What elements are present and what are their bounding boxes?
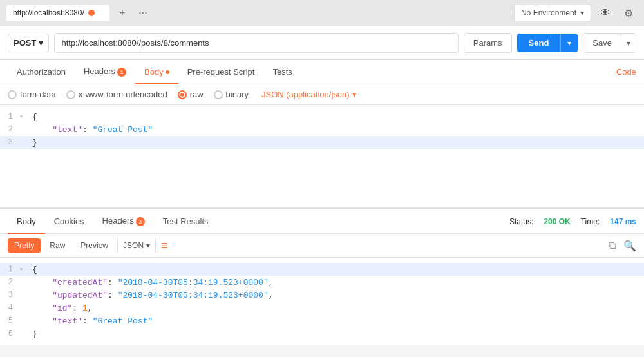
code-link[interactable]: Code [616,61,636,83]
tab-more-button[interactable]: ··· [135,5,151,21]
raw-option[interactable]: raw [178,90,204,99]
status-label: Status: [509,217,533,226]
response-toolbar: Pretty Raw Preview JSON ▾ ≡ ⧉ 🔍 [0,234,644,258]
params-button[interactable]: Params [464,33,512,53]
line-content: { [30,265,37,275]
tab-pre-request[interactable]: Pre-request Script [178,61,264,84]
resp-tab-body[interactable]: Body [8,210,45,234]
browser-bar: http://localhost:8080/ + ··· No Environm… [0,0,644,26]
eye-button[interactable]: 👁 [596,4,614,22]
resp-line-4: 4 "id": 1, [0,302,644,314]
line-content: "createdAt": "2018-04-30T05:34:19.523+00… [30,278,274,287]
line-number: 5 [0,316,19,325]
line-number: 1 [0,265,19,274]
search-icon[interactable]: 🔍 [623,240,636,252]
resp-line-1: 1 ▾ { [0,263,644,276]
status-value: 200 OK [544,217,570,226]
body-type-row: form-data x-www-form-urlencoded raw bina… [0,84,644,105]
urlencoded-radio[interactable] [66,90,75,99]
response-body: 1 ▾ { 2 "createdAt": "2018-04-30T05:34:1… [0,258,644,345]
line-number: 1 [0,112,19,121]
form-data-label: form-data [20,90,56,99]
send-button[interactable]: Send [517,34,561,52]
collapse-arrow[interactable]: ▾ [19,113,30,121]
form-data-option[interactable]: form-data [8,90,56,99]
binary-radio[interactable] [214,90,223,99]
json-type-select[interactable]: JSON (application/json) ▾ [261,90,357,99]
line-content: "text": "Great Post" [30,125,153,135]
resp-line-6: 6 } [0,327,644,340]
format-pretty[interactable]: Pretty [8,238,41,253]
line-number: 3 [0,138,19,147]
environment-dropdown[interactable]: No Environment ▾ [514,5,591,21]
resp-line-2: 2 "createdAt": "2018-04-30T05:34:19.523+… [0,276,644,289]
word-wrap-icon[interactable]: ≡ [161,239,168,253]
response-section: Body Cookies Headers3 Test Results Statu… [0,208,644,345]
urlencoded-label: x-www-form-urlencoded [79,90,167,99]
gear-button[interactable]: ⚙ [620,4,638,22]
json-dropdown-label: JSON [123,241,144,250]
format-raw[interactable]: Raw [43,238,71,253]
collapse-arrow[interactable]: ▾ [19,265,30,273]
line-number: 4 [0,304,19,313]
resp-tab-test-results[interactable]: Test Results [154,210,218,234]
send-dropdown-button[interactable]: ▾ [560,34,578,52]
req-line-1: 1 ▾ { [0,110,644,123]
tab-authorization[interactable]: Authorization [8,61,75,84]
raw-radio[interactable] [178,90,187,99]
tab-body[interactable]: Body [135,61,178,84]
response-header: Body Cookies Headers3 Test Results Statu… [0,208,644,234]
json-chevron-icon: ▾ [352,90,357,99]
tab-headers[interactable]: Headers1 [75,60,135,84]
json-dropdown-chevron: ▾ [146,241,150,250]
format-preview[interactable]: Preview [74,238,115,253]
line-number: 2 [0,278,19,287]
req-line-2: 2 "text": "Great Post" [0,123,644,136]
resp-line-3: 3 "updatedAt": "2018-04-30T05:34:19.523+… [0,289,644,302]
json-format-dropdown[interactable]: JSON ▾ [117,238,156,253]
headers-badge: 1 [117,68,126,77]
body-dot [166,70,169,74]
binary-option[interactable]: binary [214,90,249,99]
line-content: { [30,112,37,122]
json-type-label: JSON (application/json) [261,90,350,99]
line-content: } [30,329,37,339]
form-data-radio[interactable] [8,90,17,99]
copy-icon[interactable]: ⧉ [609,240,616,251]
line-content: } [30,138,37,148]
request-bar: POST ▾ Params Send ▾ Save ▾ [0,26,644,60]
method-chevron-icon: ▾ [39,38,43,48]
resp-headers-badge: 3 [136,217,145,226]
line-content: "text": "Great Post" [30,316,153,326]
env-label: No Environment [521,8,576,17]
urlencoded-option[interactable]: x-www-form-urlencoded [66,90,167,99]
request-editor[interactable]: 1 ▾ { 2 "text": "Great Post" 3 } [0,105,644,208]
new-tab-button[interactable]: + [115,5,130,21]
response-status: Status: 200 OK Time: 147 ms [509,217,636,226]
tab-url-text: http://localhost:8080/ [13,8,84,17]
save-button-group: Save ▾ [583,33,636,53]
send-button-group: Send ▾ [517,34,578,52]
tab-dot [88,10,95,16]
line-content: "updatedAt": "2018-04-30T05:34:19.523+00… [30,291,274,300]
binary-label: binary [226,90,249,99]
save-button[interactable]: Save [583,34,621,52]
line-content: "id": 1, [30,304,93,313]
resp-tab-headers[interactable]: Headers3 [93,209,154,234]
req-line-3: 3 } [0,136,644,149]
method-select[interactable]: POST ▾ [8,34,49,52]
resp-line-5: 5 "text": "Great Post" [0,314,644,327]
time-label: Time: [581,217,600,226]
resp-tab-cookies[interactable]: Cookies [45,210,93,234]
line-number: 6 [0,329,19,338]
save-dropdown-button[interactable]: ▾ [621,34,636,52]
chevron-down-icon: ▾ [580,8,584,17]
tab-tests[interactable]: Tests [263,61,301,84]
url-tab[interactable]: http://localhost:8080/ [6,5,109,21]
line-number: 3 [0,291,19,300]
url-input[interactable] [54,33,458,53]
request-tabs: Authorization Headers1 Body Pre-request … [0,60,644,84]
method-label: POST [14,38,36,48]
raw-label: raw [190,90,204,99]
time-value: 147 ms [610,217,636,226]
